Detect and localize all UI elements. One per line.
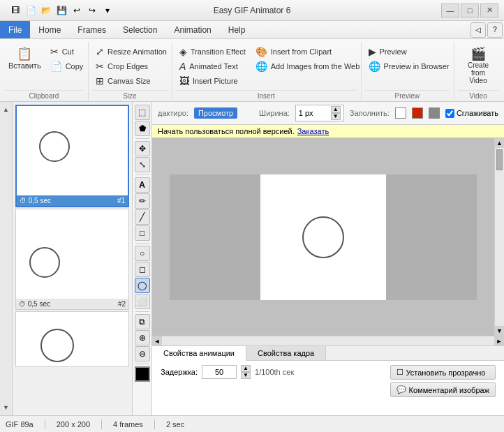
- copy-button[interactable]: 📄 Copy: [47, 59, 87, 73]
- foreground-color[interactable]: [135, 366, 150, 382]
- clipboard-buttons: 📋 Вставить ✂ Cut 📄 Copy: [4, 43, 84, 90]
- close-button[interactable]: ✕: [480, 3, 498, 17]
- select-tool[interactable]: ⬚: [135, 105, 150, 120]
- frame-scroll-up[interactable]: ▲: [1, 105, 10, 114]
- select2-tool[interactable]: ⬟: [135, 121, 150, 136]
- shape4-tool[interactable]: ⬜: [135, 294, 150, 309]
- frame-item[interactable]: ⏱ 0,5 sec #1: [15, 105, 129, 207]
- crop-label: Crop Edges: [108, 62, 148, 70]
- menu-frames[interactable]: Frames: [69, 21, 114, 38]
- shape3-tool[interactable]: ◯: [135, 278, 150, 293]
- ribbon-group-preview: ▶ Preview 🌐 Preview in Browser Preview: [362, 42, 455, 101]
- animated-text-button[interactable]: A Animated Text: [176, 59, 249, 73]
- ribbon-group-clipboard: 📋 Вставить ✂ Cut 📄 Copy Clipboard: [1, 42, 89, 101]
- menu-selection[interactable]: Selection: [114, 21, 165, 38]
- app-title: Easy GIF Animator 6: [214, 6, 291, 15]
- frame-canvas-1: [18, 109, 127, 193]
- frame-delay-1: ⏱ 0,5 sec: [20, 197, 51, 204]
- width-select[interactable]: 1 px ▲ ▼: [295, 105, 344, 121]
- clipart-button[interactable]: 🎨 Insert from Clipart: [252, 45, 364, 59]
- minimize-button[interactable]: —: [441, 3, 459, 17]
- menu-file[interactable]: File: [0, 21, 30, 38]
- insert-col2: 🎨 Insert from Clipart 🌐 Add Images from …: [252, 45, 364, 88]
- animated-text-icon: A: [179, 61, 186, 72]
- qat-new[interactable]: 📄: [24, 3, 38, 17]
- canvas-frame[interactable]: [260, 174, 386, 300]
- properties-tabs: Свойства анимации Свойства кадра: [152, 346, 504, 361]
- shape2-tool[interactable]: ◻: [135, 262, 150, 277]
- qat-undo[interactable]: ↩: [70, 3, 84, 17]
- menu-help[interactable]: Help: [220, 21, 254, 38]
- brush-tool[interactable]: ╱: [135, 209, 150, 225]
- preview-browser-button[interactable]: 🌐 Preview in Browser: [365, 59, 453, 73]
- scroll-right-btn[interactable]: ►: [494, 336, 504, 345]
- qat-redo[interactable]: ↪: [85, 3, 99, 17]
- ribbon-group-insert: ◈ Transition Effect A Animated Text 🖼 In…: [173, 42, 362, 101]
- web-images-button[interactable]: 🌐 Add Images from the Web: [252, 59, 364, 73]
- menu-animation[interactable]: Animation: [165, 21, 219, 38]
- fill-color-gray[interactable]: [429, 107, 440, 119]
- help-back-btn[interactable]: ◁: [470, 22, 486, 38]
- preview-icon: ▶: [369, 46, 376, 57]
- preview-button[interactable]: ▶ Preview: [365, 45, 453, 59]
- right-scrollbar: ▲ ▼: [494, 138, 504, 336]
- resize-button[interactable]: ⤢ Resize Animation: [92, 45, 170, 59]
- create-video-button[interactable]: 🎬 Createfrom Video: [458, 45, 498, 87]
- width-value: 1 px: [299, 109, 328, 117]
- delay-label: Задержка:: [161, 368, 198, 376]
- shape1-tool[interactable]: ○: [135, 246, 150, 261]
- smooth-checkbox[interactable]: [445, 109, 454, 118]
- status-sep-3: [154, 419, 155, 429]
- help-buttons: ◁ ?: [470, 21, 504, 38]
- delay-spin-down[interactable]: ▼: [241, 372, 251, 379]
- smooth-checkbox-label[interactable]: Сглаживать: [445, 109, 498, 118]
- scroll-down-btn[interactable]: ▼: [495, 326, 504, 336]
- text-tool[interactable]: A: [135, 177, 150, 193]
- eraser-tool[interactable]: □: [135, 225, 150, 241]
- insert-picture-button[interactable]: 🖼 Insert Picture: [176, 74, 249, 88]
- delay-input[interactable]: [202, 365, 237, 379]
- spin-up[interactable]: ▲: [331, 106, 341, 113]
- comment-button[interactable]: 💬 Комментарий изображ: [390, 382, 496, 397]
- canvas-right-panel: [386, 174, 477, 300]
- scroll-left-btn[interactable]: ◄: [152, 336, 162, 345]
- main-wrapper: ⬚ ⬟ ✥ ⤡ A ✏ ╱ □ ○ ◻ ◯ ⬜ ⧉ ⊕ ⊖ дактир: [133, 102, 504, 415]
- help-question-btn[interactable]: ?: [487, 22, 503, 38]
- zoom-tool[interactable]: ⊕: [135, 330, 150, 345]
- cut-button[interactable]: ✂ Cut: [47, 45, 87, 59]
- fill-color-white[interactable]: [395, 107, 406, 119]
- scroll-thumb-v[interactable]: [496, 149, 503, 170]
- copy-icon: 📄: [50, 61, 62, 72]
- zoomout-tool[interactable]: ⊖: [135, 346, 150, 362]
- tab-animation-props[interactable]: Свойства анимации: [152, 346, 246, 361]
- frame-item[interactable]: [15, 311, 129, 367]
- frame-item[interactable]: ⏱ 0,5 sec #2: [15, 209, 129, 310]
- menu-home[interactable]: Home: [30, 21, 69, 38]
- transition-button[interactable]: ◈ Transition Effect: [176, 45, 249, 59]
- pencil-tool[interactable]: ✏: [135, 193, 150, 209]
- daktiro-label: дактиро:: [158, 109, 188, 117]
- maximize-button[interactable]: □: [461, 3, 479, 17]
- transform-tool[interactable]: ⤡: [135, 157, 150, 172]
- clipart-icon: 🎨: [255, 46, 267, 57]
- delay-spin-up[interactable]: ▲: [241, 365, 251, 372]
- fill-tool[interactable]: ⧉: [135, 314, 150, 329]
- crop-button[interactable]: ✂ Crop Edges: [92, 59, 170, 73]
- notification-link[interactable]: Заказать: [297, 127, 329, 135]
- fill-color-red[interactable]: [412, 107, 423, 119]
- qat-save[interactable]: 💾: [54, 3, 68, 17]
- transparency-button[interactable]: ☐ Установить прозрачно: [390, 365, 496, 380]
- spin-down[interactable]: ▼: [331, 113, 341, 120]
- status-dimensions: 200 x 200: [57, 420, 90, 429]
- qat-open[interactable]: 📂: [39, 3, 53, 17]
- scroll-up-btn[interactable]: ▲: [495, 138, 504, 148]
- frame-scroll-down[interactable]: ▼: [1, 403, 10, 412]
- qat-dropdown[interactable]: ▾: [101, 3, 114, 17]
- scroll-track-v: [495, 148, 504, 326]
- canvas-button[interactable]: ⊞ Canvas Size: [92, 74, 170, 88]
- canvas-viewport[interactable]: [152, 138, 494, 336]
- delay-field: Задержка: ▲ ▼ 1/100th сек: [161, 365, 294, 379]
- paste-button[interactable]: 📋 Вставить: [4, 45, 45, 73]
- move-tool[interactable]: ✥: [135, 141, 150, 156]
- tab-frame-props[interactable]: Свойства кадра: [246, 346, 326, 360]
